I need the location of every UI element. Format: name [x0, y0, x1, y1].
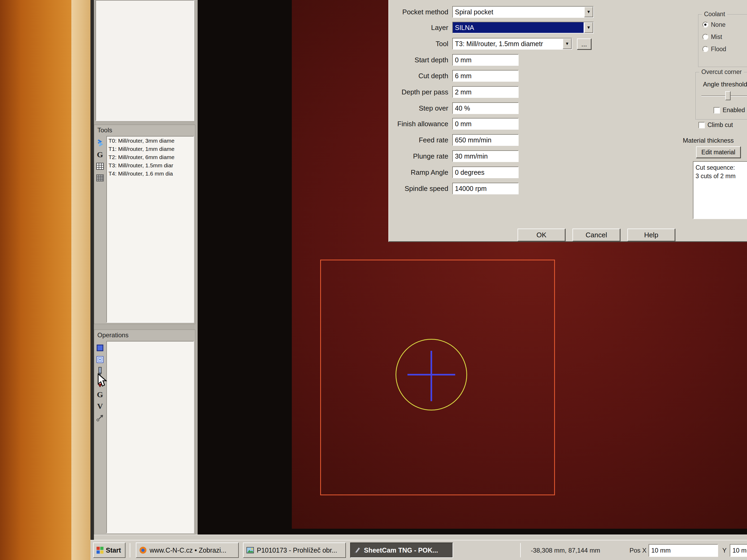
cut-sequence-line: Cut sequence: [696, 163, 747, 172]
finish-allowance-field[interactable]: 0 mm [452, 118, 519, 130]
tool-list-item[interactable]: T1: Mill/router, 1mm diame [107, 145, 194, 153]
tool-combo[interactable]: T3: Mill/router, 1.5mm diametr ▼ [452, 38, 572, 50]
overcut-enabled-option[interactable]: Enabled [714, 107, 745, 114]
step-over-field[interactable]: 40 % [452, 102, 519, 114]
overcut-group-title: Overcut corner [699, 69, 744, 76]
radio-icon[interactable] [702, 22, 708, 28]
chevron-down-icon[interactable]: ▼ [563, 38, 572, 49]
screenshot-root: Tools G T0: Mill/router, 3mm diame T1: M… [0, 0, 747, 560]
spindle-speed-field[interactable]: 14000 rpm [452, 183, 519, 194]
screen-edge [91, 0, 94, 560]
layer-combo[interactable]: SILNA ▼ [452, 22, 594, 33]
tools-toolbar: G [95, 137, 106, 184]
tool-more-button[interactable]: ... [577, 38, 591, 50]
slider-thumb[interactable] [725, 91, 730, 100]
tool-table-icon[interactable] [95, 160, 105, 172]
feed-rate-label: Feed rate [389, 134, 448, 146]
depth-per-pass-label: Depth per pass [389, 86, 448, 98]
monitor-bezel-inner [71, 0, 91, 560]
chevron-down-icon[interactable]: ▼ [584, 22, 593, 33]
vcarve-operation-icon[interactable]: V [95, 400, 105, 412]
ramp-angle-field[interactable]: 0 degrees [452, 166, 519, 178]
ramp-angle-label: Ramp Angle [389, 166, 448, 179]
operations-list[interactable] [106, 341, 194, 533]
cut-depth-field[interactable]: 6 mm [452, 70, 519, 82]
start-depth-label: Start depth [389, 54, 448, 66]
depth-per-pass-field[interactable]: 2 mm [452, 86, 519, 98]
move-operation-icon[interactable] [95, 412, 105, 424]
tool-list-item[interactable]: T3: Mill/router, 1.5mm diar [107, 161, 194, 169]
pocket-operation-dialog: Pocket method Layer Tool Start depth Cut… [388, 0, 747, 242]
pocket-operation-icon[interactable] [95, 354, 105, 365]
pos-x-field[interactable]: 10 mm [649, 544, 718, 557]
angle-threshold-label: Angle threshold [703, 81, 747, 88]
operations-panel-title: Operations [94, 330, 195, 341]
ok-button[interactable]: OK [518, 229, 565, 241]
operations-panel: Operations G V [94, 329, 195, 535]
sheetcam-icon [353, 546, 361, 554]
tool-label: Tool [389, 38, 448, 50]
mouse-cursor [97, 373, 109, 387]
material-thickness-label: Material thickness [683, 137, 734, 144]
drag-knife-tool-icon[interactable] [95, 137, 105, 149]
windows-logo-icon [96, 546, 104, 554]
help-button[interactable]: Help [627, 229, 675, 241]
pos-x-label: Pos X [629, 540, 646, 560]
spindle-speed-label: Spindle speed [389, 182, 448, 195]
window-bottom-edge [94, 535, 747, 540]
tools-panel: Tools G T0: Mill/router, 3mm diame T1: M… [94, 125, 195, 324]
radio-icon[interactable] [702, 46, 708, 52]
edit-material-button[interactable]: Edit material [696, 146, 741, 158]
parts-panel[interactable] [96, 0, 194, 121]
image-viewer-icon [246, 546, 254, 554]
pocket-method-combo[interactable]: Spiral pocket ▼ [452, 6, 594, 18]
cut-depth-label: Cut depth [389, 70, 448, 82]
finish-allowance-label: Finish allowance [389, 118, 448, 130]
contour-operation-icon[interactable] [95, 342, 105, 354]
angle-threshold-slider[interactable] [701, 96, 747, 97]
overcut-corner-group: Overcut corner Angle threshold Enabled [696, 72, 747, 120]
tool-list-item[interactable]: T4: Mill/router, 1.6 mm dia [107, 169, 194, 178]
checkbox-icon[interactable] [714, 107, 720, 113]
cursor-coordinates: -38,308 mm, 87,144 mm [531, 540, 600, 560]
cut-sequence-box: Cut sequence: 3 cuts of 2 mm [693, 161, 747, 219]
pos-y-field[interactable]: 10 mm [730, 544, 747, 557]
task-button-sheetcam[interactable]: SheetCam TNG - POK... [350, 542, 453, 558]
taskbar-separator [130, 543, 130, 557]
tool-grid-icon[interactable] [95, 172, 105, 184]
chevron-down-icon[interactable]: ▼ [584, 7, 593, 17]
crosshair-vertical [431, 351, 432, 401]
gcode-operation-icon[interactable]: G [95, 389, 105, 400]
tools-panel-title: Tools [94, 125, 195, 135]
cut-sequence-line: 3 cuts of 2 mm [696, 172, 747, 180]
coolant-flood-option[interactable]: Flood [699, 43, 747, 55]
firefox-icon [139, 546, 147, 554]
plunge-rate-label: Plunge rate [389, 150, 448, 162]
radio-icon[interactable] [702, 34, 708, 40]
pocket-method-label: Pocket method [389, 6, 448, 18]
pos-y-label: Y [722, 540, 727, 560]
tool-list-item[interactable]: T2: Mill/router, 6mm diame [107, 153, 194, 161]
plunge-rate-field[interactable]: 30 mm/min [452, 150, 519, 162]
coolant-mist-option[interactable]: Mist [699, 31, 747, 43]
coolant-group: Coolant None Mist Flood [698, 14, 747, 68]
start-button[interactable]: Start [93, 542, 126, 558]
taskbar: Start www.C-N-C.cz • Zobrazi... P1010173… [91, 540, 747, 560]
tool-list-item[interactable]: T0: Mill/router, 3mm diame [107, 137, 194, 145]
gcode-tool-icon[interactable]: G [95, 149, 105, 160]
step-over-label: Step over [389, 102, 448, 114]
taskbar-separator [520, 543, 521, 557]
task-button-image-viewer[interactable]: P1010173 - Prohlížeč obr... [243, 542, 346, 558]
tools-list[interactable]: T0: Mill/router, 3mm diame T1: Mill/rout… [106, 136, 194, 323]
task-button-browser[interactable]: www.C-N-C.cz • Zobrazi... [136, 542, 239, 558]
feed-rate-field[interactable]: 650 mm/min [452, 134, 519, 146]
climb-cut-option[interactable]: Climb cut [698, 122, 733, 129]
monitor-bezel [0, 0, 71, 560]
cancel-button[interactable]: Cancel [572, 229, 620, 241]
coolant-none-option[interactable]: None [699, 19, 747, 31]
start-depth-field[interactable]: 0 mm [452, 54, 519, 66]
checkbox-icon[interactable] [698, 122, 705, 128]
layer-label: Layer [389, 22, 448, 34]
coolant-group-title: Coolant [702, 10, 727, 18]
